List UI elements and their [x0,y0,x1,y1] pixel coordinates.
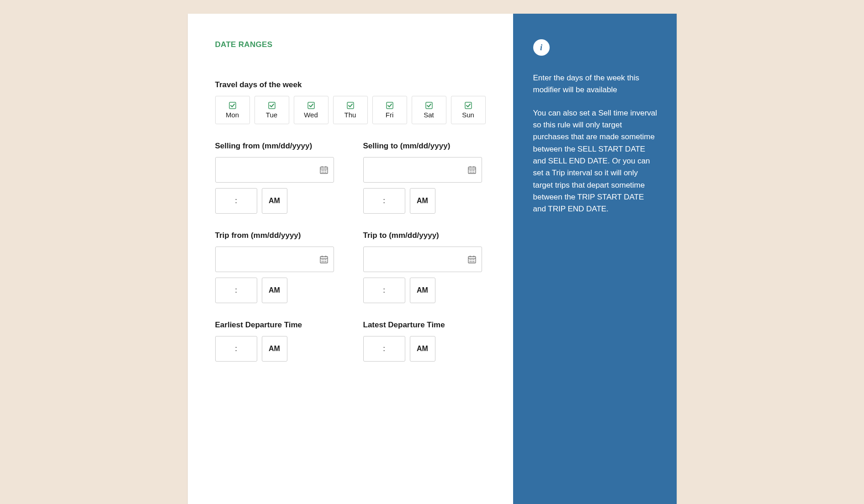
section-title: DATE RANGES [215,40,486,49]
trip-from-ampm-toggle[interactable]: AM [262,278,287,303]
day-label: Mon [226,111,239,119]
trip-to-label: Trip to (mm/dd/yyyy) [363,231,482,240]
day-label: Fri [386,111,394,119]
earliest-departure-ampm-toggle[interactable]: AM [262,336,287,362]
day-toggle-wed[interactable]: Wed [294,96,329,124]
selling-from-time-input[interactable]: : [215,188,257,214]
selling-from-date-field[interactable] [221,166,320,174]
day-toggle-mon[interactable]: Mon [215,96,250,124]
latest-departure-ampm-toggle[interactable]: AM [410,336,435,362]
svg-rect-41 [470,259,471,260]
svg-rect-25 [472,172,472,173]
main-form-panel: DATE RANGES Travel days of the week Mon … [188,14,513,504]
calendar-icon [468,255,476,263]
day-toggle-sun[interactable]: Sun [451,96,486,124]
svg-rect-42 [472,259,472,260]
trip-to-ampm-toggle[interactable]: AM [410,278,435,303]
selling-from-label: Selling from (mm/dd/yyyy) [215,142,334,151]
selling-to-label: Selling to (mm/dd/yyyy) [363,142,482,151]
checkbox-checked-icon [347,102,354,109]
day-toggle-fri[interactable]: Fri [372,96,407,124]
svg-rect-24 [470,172,471,173]
trip-from-label: Trip from (mm/dd/yyyy) [215,231,334,240]
svg-rect-23 [473,170,474,171]
checkbox-checked-icon [268,102,276,109]
day-label: Sun [462,111,474,119]
svg-rect-13 [325,170,326,171]
day-toggle-thu[interactable]: Thu [333,96,368,124]
days-of-week-row: Mon Tue Wed Thu Fri [215,96,486,124]
svg-rect-43 [473,259,474,260]
selling-to-date-field[interactable] [369,166,468,174]
checkbox-checked-icon [465,102,472,109]
svg-rect-21 [470,170,471,171]
checkbox-checked-icon [425,102,433,109]
info-paragraph-2: You can also set a Sell time inverval so… [533,107,658,215]
selling-from-ampm-toggle[interactable]: AM [262,188,287,214]
svg-rect-45 [472,261,472,262]
selling-to-ampm-toggle[interactable]: AM [410,188,435,214]
latest-departure-label: Latest Departure Time [363,320,482,330]
svg-rect-11 [322,170,323,171]
svg-rect-26 [473,172,474,173]
svg-rect-46 [473,261,474,262]
travel-days-heading: Travel days of the week [215,80,486,89]
selling-to-date-input[interactable] [363,157,482,183]
svg-rect-16 [325,172,326,173]
selling-to-time-input[interactable]: : [363,188,405,214]
day-label: Sat [424,111,434,119]
day-label: Thu [345,111,356,119]
svg-rect-31 [322,259,323,260]
latest-departure-time-input[interactable]: : [363,336,405,362]
calendar-icon [468,166,476,174]
calendar-icon [320,255,328,263]
svg-rect-44 [470,261,471,262]
svg-rect-14 [322,172,323,173]
trip-from-date-input[interactable] [215,247,334,272]
selling-from-date-input[interactable] [215,157,334,183]
trip-from-date-field[interactable] [221,255,320,263]
date-ranges-container: DATE RANGES Travel days of the week Mon … [188,14,677,504]
svg-rect-33 [325,259,326,260]
svg-rect-32 [323,259,324,260]
svg-rect-12 [323,170,324,171]
checkbox-checked-icon [229,102,236,109]
checkbox-checked-icon [386,102,393,109]
svg-rect-35 [323,261,324,262]
info-icon: i [533,39,550,56]
day-label: Tue [266,111,277,119]
trip-to-date-field[interactable] [369,255,468,263]
info-paragraph-1: Enter the days of the week this modifier… [533,72,658,96]
svg-rect-15 [323,172,324,173]
checkbox-checked-icon [307,102,315,109]
svg-rect-22 [472,170,472,171]
trip-from-time-input[interactable]: : [215,278,257,303]
day-label: Wed [304,111,318,119]
trip-to-date-input[interactable] [363,247,482,272]
info-side-panel: i Enter the days of the week this modifi… [513,14,677,504]
earliest-departure-label: Earliest Departure Time [215,320,334,330]
svg-rect-36 [325,261,326,262]
svg-rect-34 [322,261,323,262]
calendar-icon [320,166,328,174]
earliest-departure-time-input[interactable]: : [215,336,257,362]
trip-to-time-input[interactable]: : [363,278,405,303]
day-toggle-tue[interactable]: Tue [254,96,289,124]
day-toggle-sat[interactable]: Sat [412,96,446,124]
